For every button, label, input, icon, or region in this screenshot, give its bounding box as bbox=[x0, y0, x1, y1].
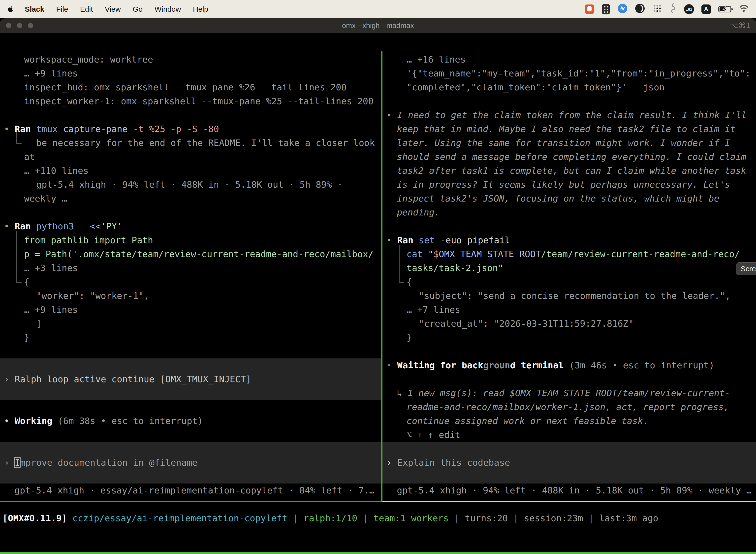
terminal-row: • Ran python3 - <<'PY' bbox=[0, 219, 381, 233]
terminal-row: … +7 lines bbox=[382, 303, 756, 317]
screen-overlay-tooltip: Scre bbox=[736, 262, 756, 275]
terminal-row: inspect task2's JSON, focusing on the st… bbox=[382, 191, 756, 206]
terminal-row: … +16 lines bbox=[382, 53, 756, 66]
menu-item-window[interactable]: Window bbox=[154, 5, 181, 13]
terminal-row: • Ran tmux capture-pane -t %25 -p -S -80 bbox=[0, 122, 381, 136]
left-pane[interactable]: workspace_mode: worktree… +9 linesinspec… bbox=[0, 51, 381, 501]
menu-item-view[interactable]: View bbox=[105, 5, 121, 13]
terminal-row: … +9 lines bbox=[0, 303, 381, 317]
terminal-row: task2 after task1 is complete, but can I… bbox=[382, 164, 756, 178]
terminal-row: ↳ 1 new msg(s): read $OMX_TEAM_STATE_ROO… bbox=[382, 386, 756, 400]
terminal-row: be necessary for the end of the README. … bbox=[0, 136, 381, 150]
terminal-row: cat "$OMX_TEAM_STATE_ROOT/team/review-cu… bbox=[382, 247, 756, 261]
terminal-row: "worker": "worker-1", bbox=[0, 289, 381, 303]
pane-divider[interactable] bbox=[381, 51, 382, 501]
window-title-bar: omx --xhigh --madmax ⌥⌘1 bbox=[0, 18, 756, 33]
terminal-row: at bbox=[0, 150, 381, 164]
terminal-row: from pathlib import Path bbox=[0, 233, 381, 247]
terminal-row: } bbox=[382, 331, 756, 344]
battery-percentage-badge[interactable]: ..61 bbox=[684, 4, 694, 14]
tmux-status-bar: [omx-cczip0:bash* "MacBook-Pro-44.local"… bbox=[0, 552, 756, 554]
terminal-row: inspect_hud: omx sparkshell --tmux-pane … bbox=[0, 80, 381, 94]
terminal-row: [OMX#0.11.9] cczip/essay/ai-reimplementa… bbox=[2, 511, 756, 525]
terminal-row: keep that in mind. Maybe I also need the… bbox=[382, 122, 756, 136]
terminal-row: weekly … bbox=[0, 191, 381, 206]
terminal-row: "created_at": "2026-03-31T11:59:27.816Z" bbox=[382, 317, 756, 331]
terminal-row: inspect_worker-1: omx sparkshell --tmux-… bbox=[0, 94, 381, 108]
battery-icon[interactable] bbox=[718, 6, 731, 12]
right-pane-bottom-border bbox=[382, 501, 756, 502]
right-pane[interactable]: … +16 lines'{"team_name":"my-team","task… bbox=[382, 51, 756, 501]
terminal-row: } bbox=[0, 331, 381, 344]
terminal-row: p = Path('.omx/state/team/review-current… bbox=[0, 247, 381, 261]
terminal-row: • I need to get the claim token from the… bbox=[382, 108, 756, 122]
terminal-row: "subject": "send a concise recommendatio… bbox=[382, 289, 756, 303]
terminal-row: … +9 lines bbox=[0, 66, 381, 80]
menu-item-file[interactable]: File bbox=[56, 5, 68, 13]
terminal-row: … +3 lines bbox=[0, 261, 381, 275]
menu-status-icons: ..61 A bbox=[585, 3, 749, 16]
apps-grid-icon[interactable] bbox=[652, 3, 662, 15]
terminal-row: › Explain this codebase bbox=[382, 456, 756, 469]
terminal-row: '{"team_name":"my-team","task_id":"1","f… bbox=[382, 66, 756, 80]
passcode-grid-icon[interactable] bbox=[602, 4, 610, 14]
menu-item-help[interactable]: Help bbox=[193, 5, 208, 13]
wifi-icon[interactable] bbox=[739, 4, 749, 14]
apple-menu-icon[interactable] bbox=[7, 5, 14, 14]
window-shortcut-hint: ⌥⌘1 bbox=[730, 18, 751, 33]
terminal-row: • Waiting for background terminal (3m 46… bbox=[382, 358, 756, 372]
menu-item-edit[interactable]: Edit bbox=[80, 5, 93, 13]
terminal-row: gpt-5.4 xhigh · 94% left · 488K in · 5.1… bbox=[382, 484, 756, 497]
window-title: omx --xhigh --madmax bbox=[0, 18, 756, 33]
terminal-row: • Working (6m 38s • esc to interrupt) bbox=[0, 414, 381, 428]
terminal-row: › Improve documentation in @filename bbox=[0, 456, 381, 469]
left-pane-bottom-border bbox=[0, 501, 382, 502]
hud-area: [OMX#0.11.9] cczip/essay/ai-reimplementa… bbox=[2, 510, 756, 540]
terminal-row: readme-and-reco/mailbox/worker-1.json, a… bbox=[382, 400, 756, 414]
terminal-row: › Ralph loop active continue [OMX_TMUX_I… bbox=[0, 372, 381, 386]
terminal-row: pending. bbox=[382, 206, 756, 219]
terminal-row: gpt-5.4 xhigh · 94% left · 488K in · 5.1… bbox=[0, 178, 381, 191]
terminal-row: gpt-5.4 xhigh · essay/ai-reimplementatio… bbox=[0, 484, 381, 497]
menu-bar: Slack File Edit View Go Window Help bbox=[0, 0, 756, 18]
terminal-row: { bbox=[382, 275, 756, 289]
terminal-row: later. Using the same for transition mig… bbox=[382, 136, 756, 150]
terminal-row: • Ran set -euo pipefail bbox=[382, 233, 756, 247]
terminal-row: workspace_mode: worktree bbox=[0, 53, 381, 66]
moon-icon[interactable] bbox=[635, 3, 645, 15]
terminal-row: should send a message before completing … bbox=[382, 150, 756, 164]
menu-item-go[interactable]: Go bbox=[133, 5, 143, 13]
terminal-row: ] bbox=[0, 317, 381, 331]
tmux-host-clock: "MacBook-Pro-44.local" 05:03 31-Mar-26 bbox=[550, 552, 754, 554]
squiggle-icon[interactable] bbox=[670, 3, 677, 16]
input-source-icon[interactable]: A bbox=[701, 4, 711, 14]
terminal-row: continue assigned work or next feasible … bbox=[382, 414, 756, 428]
terminal-row: { bbox=[0, 275, 381, 289]
terminal-row: is in progress? It seems likely but perh… bbox=[382, 178, 756, 191]
tmux-session-label: [omx-cczip0:bash* bbox=[2, 552, 94, 554]
screen: Slack File Edit View Go Window Help bbox=[0, 0, 756, 554]
menu-app-name[interactable]: Slack bbox=[25, 5, 44, 13]
terminal-row: ⌥ + ↑ edit bbox=[382, 428, 756, 442]
network-pulse-icon[interactable] bbox=[618, 3, 628, 15]
screen-recording-icon[interactable] bbox=[585, 4, 594, 14]
terminal-row: … +110 lines bbox=[0, 164, 381, 178]
terminal-window: omx --xhigh --madmax ⌥⌘1 workspace_mode:… bbox=[0, 18, 756, 554]
terminal-row: "completed","claim_token":"claim-token"}… bbox=[382, 80, 756, 94]
terminal-row: tasks/task-2.json" bbox=[382, 261, 756, 275]
